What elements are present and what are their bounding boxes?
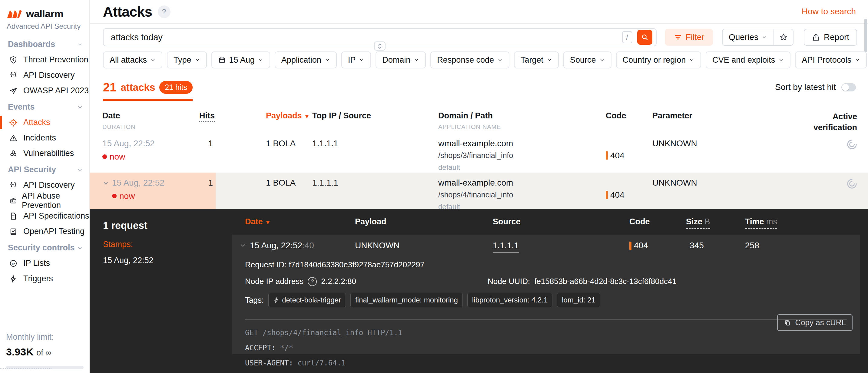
- attack-code: 404: [606, 139, 652, 173]
- filter-chip-type[interactable]: Type: [167, 52, 207, 68]
- attack-row-2-expanded[interactable]: 15 Aug, 22:52 now 1 1 BOLA 1.1.1.1 wmall…: [90, 173, 868, 212]
- sidebar-item-incidents[interactable]: Incidents: [0, 130, 89, 146]
- request-date: 15 Aug, 22:52: [250, 241, 302, 250]
- chevron-down-icon: [778, 57, 784, 63]
- sidebar-item-label: Triggers: [23, 274, 53, 283]
- collapse-chevron-icon[interactable]: [102, 180, 109, 187]
- sidebar-item-label: Vulnerabilities: [23, 149, 74, 158]
- sidebar-item-triggers[interactable]: Triggers: [0, 271, 89, 286]
- sidebar-item-label: OpenAPI Testing: [23, 227, 85, 236]
- filter-chip-ip[interactable]: IP: [341, 52, 371, 68]
- chevron-down-icon: [599, 57, 605, 63]
- tag-lom-id[interactable]: lom_id: 21: [557, 293, 600, 307]
- sidebar-section-security-controls[interactable]: Security controls: [0, 240, 89, 255]
- sidebar-section-events[interactable]: Events: [0, 99, 89, 115]
- node-ip-help-icon[interactable]: ?: [308, 277, 317, 286]
- req-col-time[interactable]: Time ms: [745, 217, 860, 226]
- search-row: / Filter Queries: [103, 28, 857, 46]
- sidebar-item-api-specifications[interactable]: API Specifications: [0, 208, 89, 224]
- how-to-search-link[interactable]: How to search: [802, 7, 856, 17]
- request-id-value: f7d1840d63380e3f9278ae757d202297: [289, 260, 425, 269]
- filter-button[interactable]: Filter: [665, 29, 713, 46]
- attack-payloads: 1 BOLA: [266, 139, 312, 173]
- request-seconds: :40: [302, 241, 314, 250]
- col-hits[interactable]: Hits: [199, 111, 213, 133]
- sidebar-section-dashboards[interactable]: Dashboards: [0, 37, 89, 52]
- search-history-stepper[interactable]: [374, 41, 385, 51]
- request-count: 1 request: [103, 220, 154, 231]
- filter-chip-target[interactable]: Target: [514, 52, 559, 68]
- req-col-code: Code: [629, 217, 686, 226]
- scrollbar-thumb[interactable]: [864, 19, 867, 52]
- col-date: Date DURATION: [102, 111, 199, 133]
- attack-path: /shops/4/financial_info: [438, 190, 606, 199]
- calendar-icon: [218, 56, 226, 64]
- filter-chip-cve[interactable]: CVE and exploits: [706, 52, 790, 68]
- sidebar-item-attacks[interactable]: Attacks: [0, 115, 89, 130]
- queries-button[interactable]: Queries: [723, 29, 774, 45]
- sidebar-item-vulnerabilities[interactable]: Vulnerabilities: [0, 146, 89, 161]
- tag-detect-bola-trigger[interactable]: detect-bola-trigger: [268, 293, 346, 307]
- sidebar-item-api-discovery-2[interactable]: API Discovery: [0, 178, 89, 193]
- limit-total: ∞: [45, 348, 51, 357]
- live-dot: [102, 154, 107, 159]
- filter-icon: [674, 33, 682, 41]
- sidebar-item-api-abuse-prevention[interactable]: API Abuse Prevention: [0, 193, 89, 208]
- biohazard-icon: [9, 149, 20, 158]
- chevron-down-icon: [414, 57, 419, 63]
- filter-chip-all-attacks[interactable]: All attacks: [103, 52, 162, 68]
- attack-domain: wmall-example.com: [438, 139, 606, 148]
- req-col-size[interactable]: Size B: [686, 217, 745, 226]
- sidebar-section-api-security[interactable]: API Security: [0, 162, 89, 178]
- filter-chip-api-protocols[interactable]: API Protocols: [795, 52, 867, 68]
- attack-parameter: UNKNOWN: [652, 139, 846, 173]
- request-row[interactable]: 15 Aug, 22:52:40 UNKNOWN 1.1.1.1 404 345…: [232, 235, 860, 256]
- sidebar-item-api-discovery[interactable]: API Discovery: [0, 67, 89, 83]
- attack-row-1[interactable]: 15 Aug, 22:52 now 1 1 BOLA 1.1.1.1 wmall…: [90, 133, 868, 173]
- request-source[interactable]: 1.1.1.1: [493, 241, 519, 253]
- section-label: API Security: [8, 165, 56, 175]
- chip-label: API Protocols: [802, 55, 851, 65]
- attack-date-cell: 15 Aug, 22:52 now: [102, 178, 199, 212]
- sidebar-item-openapi-testing[interactable]: OpenAPI Testing: [0, 224, 89, 239]
- attack-code: 404: [606, 178, 652, 212]
- sidebar-dotted-divider: [0, 368, 52, 369]
- limit-of: of: [36, 348, 43, 357]
- filter-chip-domain[interactable]: Domain: [376, 52, 426, 68]
- search-box[interactable]: /: [103, 28, 657, 46]
- filter-chip-application[interactable]: Application: [275, 52, 337, 68]
- col-payloads[interactable]: Payloads ▼: [266, 111, 312, 133]
- sidebar-item-label: API Specifications: [23, 211, 89, 221]
- request-code: 404: [629, 241, 686, 250]
- req-col-date[interactable]: Date ▼: [232, 217, 355, 226]
- tag-final-wallarm-mode[interactable]: final_wallarm_mode: monitoring: [350, 293, 463, 307]
- sidebar-item-label: Incidents: [23, 133, 56, 143]
- sidebar-item-ip-lists[interactable]: IP IP Lists: [0, 255, 89, 271]
- search-input[interactable]: [111, 32, 622, 42]
- favorite-queries-button[interactable]: [774, 29, 793, 45]
- sort-toggle-label: Sort by latest hit: [775, 82, 836, 92]
- page-title: Attacks: [103, 4, 152, 20]
- collapse-chevron-icon[interactable]: [239, 242, 247, 249]
- sidebar-item-threat-prevention[interactable]: Threat Prevention: [0, 52, 89, 67]
- sidebar-item-owasp-api-2023[interactable]: OWASP API 2023: [0, 83, 89, 98]
- request-time: 258: [745, 241, 860, 250]
- copy-as-curl-button[interactable]: Copy as cURL: [777, 314, 852, 331]
- http-user-agent-line: USER-AGENT: curl/7.64.1: [245, 360, 847, 367]
- sort-by-latest-hit-toggle[interactable]: [841, 83, 856, 91]
- active-verification-icon: [846, 139, 858, 150]
- tag-libproton-version[interactable]: libproton_version: 4.2.1: [467, 293, 553, 307]
- report-button[interactable]: Report: [804, 29, 857, 46]
- attack-path: /shops/3/financial_info: [438, 151, 606, 160]
- filter-chip-source[interactable]: Source: [563, 52, 612, 68]
- filter-chip-country[interactable]: Country or region: [616, 52, 702, 68]
- code-status-bar: [606, 191, 608, 199]
- filter-chip-response-code[interactable]: Response code: [430, 52, 509, 68]
- help-icon[interactable]: ?: [158, 5, 170, 18]
- filter-chip-date[interactable]: 15 Aug: [211, 52, 270, 68]
- chevron-down-icon: [76, 104, 83, 111]
- request-payload: UNKNOWN: [355, 241, 493, 250]
- search-button[interactable]: [637, 30, 652, 45]
- attack-duration: now: [119, 191, 135, 201]
- wallarm-logo[interactable]: wallarm: [0, 0, 89, 20]
